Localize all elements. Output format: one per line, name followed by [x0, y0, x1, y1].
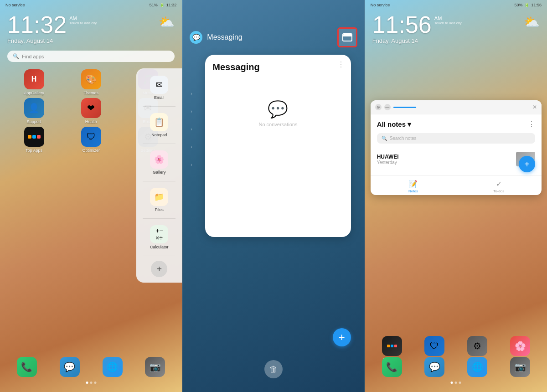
side-drawer: ✉ Email 📋 Notepad 🌸 Gallery 📁 Files +−×÷… [136, 68, 182, 283]
left-arrows: › › › › › [191, 91, 192, 167]
battery-icon-3: 🔋 [524, 3, 529, 7]
drawer-notepad[interactable]: 📋 Notepad [139, 109, 179, 141]
dock-1: 📞 💬 🌐 📷 [5, 357, 176, 378]
notepad-close-btn[interactable]: ⊗ [375, 104, 382, 110]
dot-active-1 [86, 382, 88, 384]
messaging-card-title: Messaging [212, 62, 343, 72]
drawer-files-label: Files [155, 207, 164, 212]
dock-phone-1[interactable]: 📞 [13, 357, 41, 378]
app-appgallery-icon: H [24, 69, 44, 89]
dot-2 [94, 382, 96, 384]
drawer-gallery[interactable]: 🌸 Gallery [139, 147, 179, 178]
time-ampm-3: AM [434, 15, 462, 21]
drawer-files[interactable]: 📁 Files [139, 184, 179, 216]
time-date-1: Friday, August 14 [7, 37, 97, 44]
todos-tab-label: To-dos [493, 189, 504, 193]
search-notes-bar[interactable]: 🔍 Search notes [377, 133, 535, 144]
page-dots-1 [86, 382, 96, 384]
arrow-5: › [191, 162, 192, 167]
dock-phone-3[interactable]: 📞 [378, 357, 406, 378]
app-themes-icon: 🎨 [81, 69, 101, 89]
clock-status-3: 11:56 [531, 3, 542, 7]
panel2-app-title: Messaging [207, 33, 332, 41]
app-optimizer[interactable]: 🛡 Optimizer [77, 127, 105, 153]
notepad-tab-notes[interactable]: 📝 Notes [371, 180, 456, 193]
app-themes-label: Themes [83, 91, 98, 95]
drawer-divider-3 [143, 181, 175, 181]
dock-browser-3[interactable]: 🌐 [464, 357, 491, 378]
app-optimizer-icon: 🛡 [81, 127, 101, 147]
no-conv-icon: 💬 [268, 100, 288, 119]
dock-browser-1[interactable]: 🌐 [99, 357, 126, 378]
battery-pct-3: 50% [514, 3, 522, 7]
time-digits-1: 11:32 [7, 13, 67, 36]
dock-camera-icon-1: 📷 [145, 357, 165, 377]
search-notes-icon: 🔍 [382, 136, 387, 141]
dock-messages-icon-1: 💬 [60, 357, 80, 377]
dock-messages-icon-3: 💬 [424, 357, 444, 377]
trash-button[interactable]: 🗑 [264, 360, 283, 378]
bottom-topapps-icon-3 [382, 336, 402, 356]
panel2-window-btn[interactable] [337, 27, 357, 47]
note-item-huawei[interactable]: HUAWEI Yesterday [377, 148, 535, 170]
notepad-x-btn[interactable]: ✕ [532, 104, 537, 110]
app-support[interactable]: 👤 Support [21, 98, 48, 124]
app-topapps[interactable]: Top Apps [21, 127, 48, 153]
arrow-3: › [191, 127, 192, 132]
panel-1: No service 51% 🔋 11:32 11:32 AM Touch to… [0, 0, 182, 392]
dock-camera-1[interactable]: 📷 [141, 357, 169, 378]
app-health[interactable]: ❤ Health [77, 98, 105, 124]
app-topapps-label: Top Apps [26, 148, 42, 153]
notepad-fab[interactable]: + [519, 156, 535, 172]
notepad-min-btn[interactable]: — [384, 104, 391, 110]
drawer-gallery-icon: 🌸 [150, 150, 168, 169]
notes-menu-btn[interactable]: ⋮ [528, 120, 535, 129]
dot-3a [455, 382, 457, 384]
drawer-notepad-icon: 📋 [150, 113, 168, 131]
close-icon: ⊗ [377, 105, 380, 109]
drawer-calculator-label: Calculator [150, 245, 169, 249]
weather-icon-3: ⛅ [524, 15, 540, 30]
dock-messages-1[interactable]: 💬 [56, 357, 83, 378]
bottom-settings-icon-3: ⚙ [467, 336, 487, 356]
dock-camera-3[interactable]: 📷 [506, 357, 534, 378]
notepad-titlebar-right: ✕ [532, 104, 537, 110]
app-optimizer-label: Optimizer [82, 148, 100, 153]
status-bar-1: No service 51% 🔋 11:32 [0, 0, 182, 9]
minimize-icon: — [385, 105, 389, 109]
clock-status-1: 11:32 [166, 3, 177, 7]
notes-tab-icon: 📝 [408, 180, 418, 188]
bottom-optimizer-icon-3: 🛡 [424, 336, 444, 356]
messaging-fab[interactable]: + [333, 328, 351, 346]
time-widget-3: 11:56 AM Touch to add city Friday, Augus… [365, 9, 547, 48]
app-support-label: Support [27, 119, 41, 124]
drawer-email-label: Email [154, 95, 165, 100]
drawer-divider-1 [143, 106, 175, 107]
dock-camera-icon-3: 📷 [510, 357, 530, 377]
app-support-icon: 👤 [24, 98, 44, 118]
app-themes[interactable]: 🎨 Themes [77, 69, 105, 95]
drawer-divider-4 [143, 218, 175, 219]
notepad-tabs: 📝 Notes ✓ To-dos [371, 175, 542, 195]
drawer-files-icon: 📁 [150, 188, 168, 206]
app-topapps-icon [24, 127, 44, 147]
signal-text-3: No service [371, 3, 390, 7]
drawer-email[interactable]: ✉ Email [139, 72, 179, 103]
dock-browser-icon-3: 🌐 [467, 357, 487, 377]
card-dots-menu[interactable]: ⋮ [337, 60, 345, 69]
drawer-calculator[interactable]: +−×÷ Calculator [139, 222, 179, 253]
drawer-add-btn[interactable]: + [151, 261, 167, 277]
drawer-calculator-icon: +−×÷ [150, 225, 168, 243]
notepad-tab-todos[interactable]: ✓ To-dos [456, 180, 542, 193]
notepad-window: ⊗ — ✕ All notes ▾ ⋮ 🔍 Search notes [371, 100, 542, 195]
dot-1 [90, 382, 92, 384]
drawer-notepad-label: Notepad [151, 133, 167, 137]
notes-title[interactable]: All notes ▾ [377, 120, 412, 129]
dock-messages-3[interactable]: 💬 [421, 357, 448, 378]
dot-3b [459, 382, 461, 384]
app-appgallery[interactable]: H AppGallery [21, 69, 48, 95]
search-bar-1[interactable]: 🔍 Find apps [7, 51, 175, 62]
page-dots-3 [451, 382, 461, 384]
notepad-maximize-indicator [393, 107, 416, 108]
notepad-body: All notes ▾ ⋮ 🔍 Search notes HUAWEI Yest… [371, 114, 542, 175]
